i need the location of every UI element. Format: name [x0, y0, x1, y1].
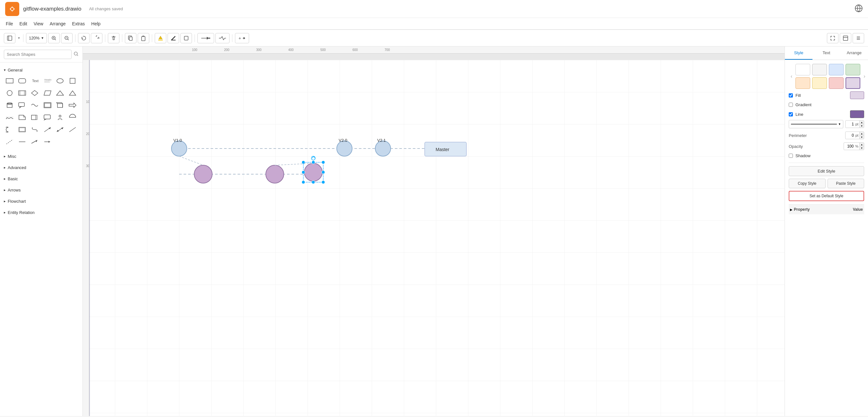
shape-folded[interactable]: [29, 111, 40, 123]
set-default-style-button[interactable]: Set as Default Style: [789, 191, 864, 201]
shape-crescent[interactable]: [4, 124, 16, 135]
shape-rect[interactable]: [4, 75, 16, 87]
swatch-7[interactable]: [829, 77, 844, 89]
zoom-out-btn[interactable]: [61, 33, 72, 43]
shape-3d-rect[interactable]: [54, 99, 66, 111]
menu-view[interactable]: View: [31, 20, 46, 28]
shape-half-circle[interactable]: [67, 111, 78, 123]
search-input[interactable]: [4, 50, 71, 59]
shape-doc[interactable]: [17, 111, 28, 123]
undo-btn[interactable]: [78, 33, 90, 43]
shape-ellipse[interactable]: [54, 75, 66, 87]
node-dev1[interactable]: [194, 165, 212, 183]
line-pt-value[interactable]: [845, 121, 855, 127]
swatch-1[interactable]: [796, 64, 810, 75]
handle-tr[interactable]: [322, 161, 325, 164]
perimeter-value[interactable]: [845, 132, 855, 138]
swatch-8[interactable]: [845, 77, 860, 89]
property-expand-arrow[interactable]: ▶: [790, 208, 793, 212]
node-v2[interactable]: [337, 141, 352, 156]
fill-checkbox[interactable]: [789, 93, 793, 98]
opacity-input[interactable]: % ▲ ▼: [844, 142, 864, 150]
zoom-control[interactable]: 120% ▼: [26, 33, 47, 43]
perimeter-up[interactable]: ▲: [859, 132, 864, 135]
shape-line-diag1[interactable]: [67, 124, 78, 135]
node-v1[interactable]: [172, 141, 187, 156]
section-arrows-header[interactable]: ▸ Arrows: [4, 186, 79, 194]
menu-file[interactable]: File: [3, 20, 17, 28]
opacity-down[interactable]: ▼: [859, 146, 864, 150]
shape-irregular[interactable]: [29, 99, 40, 111]
handle-bl[interactable]: [302, 181, 305, 184]
perimeter-input[interactable]: pt ▲ ▼: [845, 131, 864, 139]
tab-text[interactable]: Text: [812, 46, 840, 60]
section-basic-header[interactable]: ▸ Basic: [4, 175, 79, 183]
shape-diagonal-arrow[interactable]: [42, 124, 53, 135]
paste-btn[interactable]: [138, 33, 149, 43]
perimeter-down[interactable]: ▼: [859, 135, 864, 139]
shadow-checkbox[interactable]: [789, 154, 793, 158]
section-advanced-header[interactable]: ▸ Advanced: [4, 164, 79, 171]
swatch-5[interactable]: [796, 77, 810, 89]
shape-text[interactable]: Text: [29, 75, 40, 87]
shape-cylinder[interactable]: [4, 99, 16, 111]
shape-line-diag2[interactable]: [17, 136, 28, 148]
search-icon[interactable]: [73, 51, 79, 57]
shape-right-triangle[interactable]: [67, 87, 78, 99]
node-dev2[interactable]: [266, 165, 284, 183]
sidebar-toggle-btn[interactable]: [4, 33, 16, 43]
canvas[interactable]: 100 200 300 V1.0 V2.0: [83, 60, 784, 416]
menu-arrange[interactable]: Arrange: [46, 20, 69, 28]
shape-triangle[interactable]: [54, 87, 66, 99]
shape-arrow-diag[interactable]: [29, 136, 40, 148]
shape-arrow-right[interactable]: [67, 99, 78, 111]
global-icon[interactable]: [855, 4, 863, 13]
handle-br[interactable]: [322, 181, 325, 184]
shape-btn[interactable]: [180, 33, 192, 43]
shape-double-rect[interactable]: [42, 99, 53, 111]
line-color-btn[interactable]: [167, 33, 179, 43]
delete-btn[interactable]: [108, 33, 119, 43]
shape-heading[interactable]: Heading: [42, 75, 53, 87]
menu-extras[interactable]: Extras: [69, 20, 88, 28]
shape-wave[interactable]: [4, 111, 16, 123]
swatch-2[interactable]: [812, 64, 827, 75]
section-general-header[interactable]: ▾ General: [4, 66, 79, 74]
shape-parallelogram[interactable]: [42, 87, 53, 99]
swatch-next-arrow[interactable]: ›: [862, 73, 867, 80]
shape-callout[interactable]: [17, 99, 28, 111]
shape-rounded-rect[interactable]: [17, 75, 28, 87]
fit-page-btn[interactable]: [827, 33, 838, 43]
waypoint-btn[interactable]: [215, 33, 229, 43]
swatch-prev-arrow[interactable]: ‹: [789, 73, 794, 80]
menu-edit[interactable]: Edit: [17, 20, 31, 28]
shape-process[interactable]: [17, 87, 28, 99]
opacity-up[interactable]: ▲: [859, 143, 864, 146]
fill-color-picker[interactable]: [850, 91, 864, 99]
section-misc-header[interactable]: ▸ Misc: [4, 153, 79, 160]
line-checkbox[interactable]: [789, 112, 793, 117]
section-flowchart-header[interactable]: ▸ Flowchart: [4, 198, 79, 205]
add-btn[interactable]: +: [235, 33, 249, 43]
node-selected[interactable]: [304, 163, 322, 181]
copy-btn[interactable]: [125, 33, 136, 43]
fill-color-btn[interactable]: [155, 33, 166, 43]
swatch-3[interactable]: [829, 64, 844, 75]
shape-circle[interactable]: [4, 87, 16, 99]
shape-pentagon[interactable]: [17, 124, 28, 135]
gradient-checkbox[interactable]: [789, 103, 793, 107]
line-pt-input[interactable]: pt ▲ ▼: [845, 120, 864, 128]
line-style-select[interactable]: ▼: [789, 120, 843, 128]
shape-s-curve[interactable]: [29, 124, 40, 135]
shape-arrow-right2[interactable]: [42, 136, 53, 148]
line-pt-down[interactable]: ▼: [859, 124, 864, 128]
shape-diamond[interactable]: [29, 87, 40, 99]
redo-btn[interactable]: [91, 33, 102, 43]
menu-help[interactable]: Help: [88, 20, 104, 28]
page-layout-btn[interactable]: [840, 33, 851, 43]
edit-style-button[interactable]: Edit Style: [789, 166, 864, 176]
swatch-6[interactable]: [812, 77, 827, 89]
swatch-4[interactable]: [845, 64, 860, 75]
handle-tl[interactable]: [302, 161, 305, 164]
diagram-svg[interactable]: V1.0 V2.0 V2.1 Master: [83, 60, 784, 416]
